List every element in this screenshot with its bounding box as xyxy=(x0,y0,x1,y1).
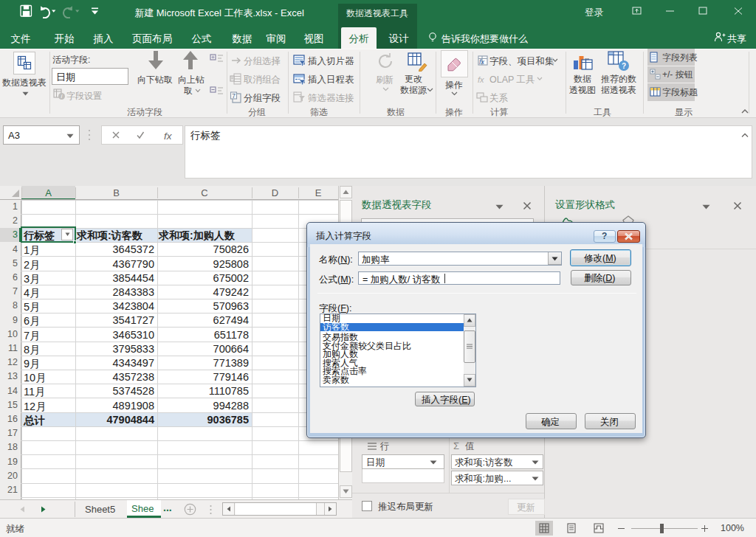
svg-text:fx: fx xyxy=(164,131,173,142)
svg-text:fx: fx xyxy=(478,75,484,84)
svg-text:?: ? xyxy=(622,62,626,70)
svg-text:i: i xyxy=(61,93,63,100)
svg-text:7: 7 xyxy=(232,92,236,100)
svg-text:fx: fx xyxy=(479,58,485,66)
svg-text:Σ: Σ xyxy=(453,440,459,450)
